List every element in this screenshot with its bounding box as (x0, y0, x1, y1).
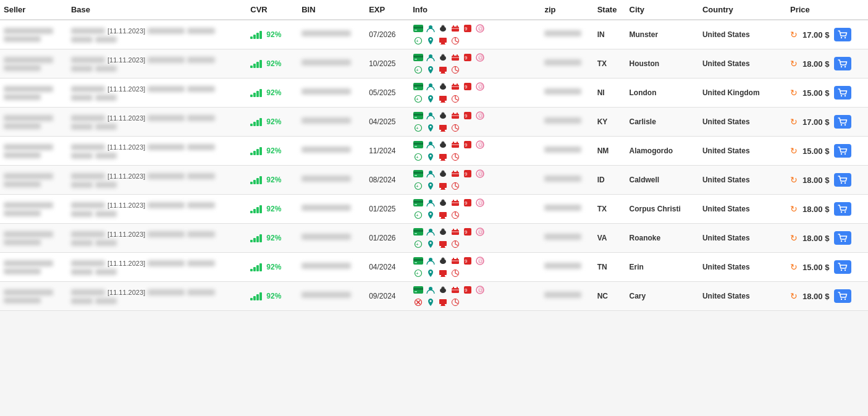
refresh-icon[interactable]: ↻ (790, 30, 798, 40)
info-icon-top-3 (450, 226, 461, 237)
info-icon-bot-3 (450, 122, 461, 134)
base-cell: [11.11.2023] (67, 195, 246, 224)
city-value: London (630, 88, 657, 97)
refresh-icon[interactable]: ↻ (790, 262, 798, 272)
city-cell: Roanoke (626, 224, 699, 253)
base-sub1 (71, 124, 93, 130)
svg-text:+: + (416, 67, 419, 73)
refresh-icon[interactable]: ↻ (790, 146, 798, 156)
info-icon-bot-2 (437, 297, 449, 308)
add-to-cart-button[interactable] (834, 231, 851, 245)
svg-rect-237 (440, 305, 445, 306)
svg-rect-97 (413, 143, 423, 145)
add-to-cart-button[interactable] (834, 144, 851, 158)
seller-sub-blurred (4, 181, 41, 187)
price-value: 18.00 $ (803, 59, 829, 69)
refresh-icon[interactable]: ↻ (790, 88, 798, 98)
add-to-cart-button[interactable] (834, 202, 851, 216)
city-value: Corpus Christi (630, 205, 681, 213)
info-icon-bot-2 (437, 210, 449, 221)
svg-text:+: + (416, 38, 419, 44)
zip-value-blurred (544, 88, 581, 95)
table-row: [11.11.2023] 92% 01/2026 9@ + VA (0, 224, 868, 253)
refresh-icon[interactable]: ↻ (790, 59, 798, 69)
info-icon-top-1 (425, 255, 436, 266)
exp-cell: 01/2026 (365, 224, 409, 253)
svg-text:@: @ (478, 258, 484, 264)
svg-rect-128 (453, 171, 454, 173)
svg-rect-57 (457, 83, 458, 86)
svg-rect-102 (442, 142, 444, 142)
seller-cell (0, 108, 67, 137)
state-cell: NC (594, 282, 626, 311)
base-num2 (187, 57, 215, 63)
info-icon-top-2 (437, 110, 449, 121)
cvr-cell: 92% (246, 253, 298, 282)
refresh-icon[interactable]: ↻ (790, 117, 798, 127)
signal-bars (250, 147, 262, 155)
signal-bars (250, 234, 262, 242)
add-to-cart-button[interactable] (834, 86, 851, 100)
info-icon-bot-1 (425, 210, 436, 221)
svg-text:+: + (416, 96, 419, 102)
svg-rect-42 (439, 67, 447, 72)
svg-rect-126 (442, 171, 444, 171)
zip-value-blurred (544, 263, 581, 269)
bin-value-blurred (301, 59, 351, 66)
seller-name-blurred (4, 289, 53, 295)
add-to-cart-button[interactable] (834, 173, 851, 187)
svg-rect-186 (439, 241, 447, 246)
col-price: Price (786, 0, 868, 20)
base-sub2 (95, 124, 117, 130)
info-icon-top-5: @ (474, 168, 486, 179)
svg-rect-73 (413, 114, 423, 116)
info-icon-bot-0: + (413, 210, 424, 221)
country-cell: United States (699, 137, 786, 166)
svg-rect-218 (415, 291, 417, 292)
refresh-icon[interactable]: ↻ (790, 175, 798, 185)
info-icon-top-5: @ (474, 197, 486, 208)
svg-rect-49 (413, 85, 423, 87)
add-to-cart-button[interactable] (834, 115, 851, 129)
bin-value-blurred (301, 263, 351, 269)
info-icon-top-2 (437, 23, 449, 34)
signal-bars (250, 263, 262, 271)
bin-cell (298, 108, 365, 137)
cvr-cell: 92% (246, 166, 298, 195)
zip-value-blurred (544, 176, 581, 182)
add-to-cart-button[interactable] (834, 260, 851, 274)
country-cell: United States (699, 224, 786, 253)
refresh-icon[interactable]: ↻ (790, 291, 798, 301)
svg-point-234 (430, 300, 432, 302)
base-date-label: [11.11.2023] (107, 27, 145, 35)
zip-cell (541, 224, 593, 253)
add-to-cart-button[interactable] (834, 28, 851, 41)
add-to-cart-button[interactable] (834, 289, 851, 303)
refresh-icon[interactable]: ↻ (790, 204, 798, 214)
info-icon-bot-1 (425, 122, 436, 134)
svg-point-142 (841, 182, 842, 184)
seller-name-blurred (4, 57, 53, 63)
base-sub2 (95, 153, 117, 159)
base-date-label: [11.11.2023] (107, 143, 145, 151)
svg-point-191 (845, 240, 846, 242)
info-icon-top-5: @ (474, 81, 486, 92)
cvr-cell: 92% (246, 195, 298, 224)
svg-point-70 (841, 95, 842, 96)
svg-rect-105 (457, 142, 458, 144)
table-row: [11.11.2023] 92% 09/2024 9@ NCC (0, 282, 868, 311)
refresh-icon[interactable]: ↻ (790, 233, 798, 243)
bin-cell (298, 282, 365, 311)
country-value: United States (702, 263, 750, 271)
base-sub1 (71, 211, 93, 217)
cart-icon (838, 292, 848, 300)
info-icon-bot-1 (425, 268, 436, 279)
base-sub2 (95, 66, 117, 72)
svg-rect-145 (413, 201, 423, 203)
svg-rect-9 (457, 25, 458, 28)
info-icon-bot-1 (425, 239, 436, 250)
svg-rect-81 (457, 112, 458, 115)
add-to-cart-button[interactable] (834, 57, 851, 70)
info-icon-bot-0: + (413, 35, 424, 46)
price-cell: ↻ 17.00 $ (786, 108, 868, 137)
